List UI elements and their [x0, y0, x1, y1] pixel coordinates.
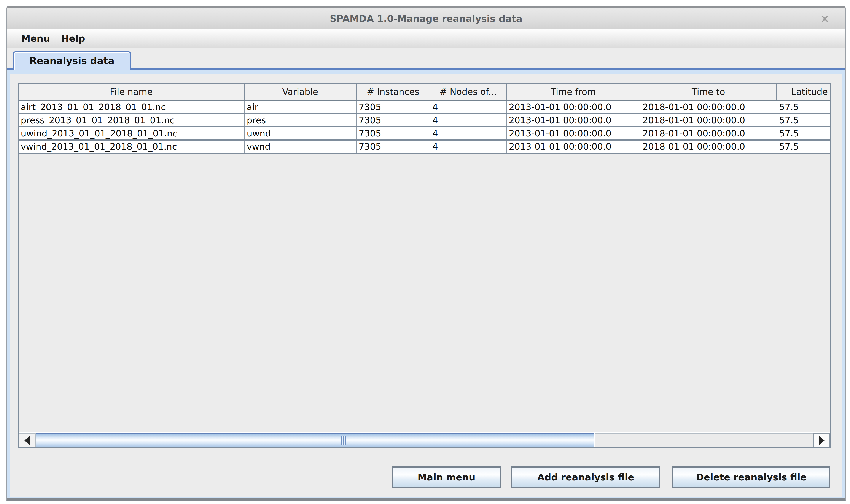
cell-r0-c6[interactable]: 57.5 — [777, 101, 830, 113]
tab-strip: Reanalysis data — [7, 49, 845, 69]
cell-r2-c2[interactable]: 7305 — [356, 127, 430, 140]
cell-r0-c1[interactable]: air — [245, 101, 356, 113]
column-header-6[interactable]: Latitude f — [777, 84, 830, 100]
table-viewport: File nameVariable# Instances# Nodes of..… — [19, 84, 830, 432]
reanalysis-panel: File nameVariable# Instances# Nodes of..… — [11, 74, 842, 497]
reanalysis-table: File nameVariable# Instances# Nodes of..… — [19, 84, 830, 154]
column-header-0[interactable]: File name — [19, 84, 245, 100]
menu-item-menu[interactable]: Menu — [16, 33, 55, 44]
tabpane-top-rule — [7, 69, 845, 70]
scrollbar-left-button[interactable] — [19, 433, 36, 447]
left-triangle-icon — [24, 436, 30, 445]
cell-r2-c6[interactable]: 57.5 — [777, 127, 830, 140]
table-scrollpane: File nameVariable# Instances# Nodes of..… — [18, 83, 831, 448]
delete-reanalysis-file-button[interactable]: Delete reanalysis file — [672, 466, 830, 488]
cell-r3-c1[interactable]: vwnd — [245, 141, 356, 153]
scrollbar-grip-icon — [340, 436, 346, 445]
scrollbar-thumb[interactable] — [36, 433, 594, 447]
column-header-5[interactable]: Time to — [640, 84, 777, 100]
cell-r1-c3[interactable]: 4 — [430, 114, 507, 126]
cell-r1-c5[interactable]: 2018-01-01 00:00:00.0 — [640, 114, 777, 126]
cell-r3-c6[interactable]: 57.5 — [777, 141, 830, 153]
table-row-1[interactable]: press_2013_01_01_2018_01_01.ncpres730542… — [19, 114, 830, 127]
cell-r1-c0[interactable]: press_2013_01_01_2018_01_01.nc — [19, 114, 245, 126]
cell-r2-c4[interactable]: 2013-01-01 00:00:00.0 — [507, 127, 640, 140]
table-header-row: File nameVariable# Instances# Nodes of..… — [19, 84, 830, 101]
scrollbar-right-button[interactable] — [814, 433, 830, 447]
cell-r1-c6[interactable]: 57.5 — [777, 114, 830, 126]
cell-r2-c3[interactable]: 4 — [430, 127, 507, 140]
cell-r0-c3[interactable]: 4 — [430, 101, 507, 113]
main-menu-button[interactable]: Main menu — [392, 466, 501, 488]
column-header-4[interactable]: Time from — [507, 84, 640, 100]
tabpane-content-border: File nameVariable# Instances# Nodes of..… — [7, 70, 845, 500]
cell-r0-c0[interactable]: airt_2013_01_01_2018_01_01.nc — [19, 101, 245, 113]
scrollbar-track[interactable] — [595, 433, 814, 447]
table-row-3[interactable]: vwind_2013_01_01_2018_01_01.ncvwnd730542… — [19, 141, 830, 154]
cell-r2-c5[interactable]: 2018-01-01 00:00:00.0 — [640, 127, 777, 140]
cell-r2-c1[interactable]: uwnd — [245, 127, 356, 140]
menu-item-help[interactable]: Help — [55, 33, 91, 44]
menu-bar: Menu Help — [7, 29, 845, 48]
cell-r2-c0[interactable]: uwind_2013_01_01_2018_01_01.nc — [19, 127, 245, 140]
title-bar: SPAMDA 1.0-Manage reanalysis data × — [7, 8, 845, 29]
cell-r0-c2[interactable]: 7305 — [356, 101, 430, 113]
cell-r3-c0[interactable]: vwind_2013_01_01_2018_01_01.nc — [19, 141, 245, 153]
cell-r3-c2[interactable]: 7305 — [356, 141, 430, 153]
cell-r3-c4[interactable]: 2013-01-01 00:00:00.0 — [507, 141, 640, 153]
table-row-0[interactable]: airt_2013_01_01_2018_01_01.ncair73054201… — [19, 101, 830, 114]
column-header-1[interactable]: Variable — [245, 84, 356, 100]
cell-r0-c5[interactable]: 2018-01-01 00:00:00.0 — [640, 101, 777, 113]
column-header-2[interactable]: # Instances — [356, 84, 430, 100]
cell-r0-c4[interactable]: 2013-01-01 00:00:00.0 — [507, 101, 640, 113]
window-title: SPAMDA 1.0-Manage reanalysis data — [7, 8, 845, 29]
column-header-3[interactable]: # Nodes of... — [430, 84, 507, 100]
right-triangle-icon — [819, 436, 825, 445]
horizontal-scrollbar[interactable] — [19, 432, 830, 447]
cell-r1-c1[interactable]: pres — [245, 114, 356, 126]
cell-r3-c5[interactable]: 2018-01-01 00:00:00.0 — [640, 141, 777, 153]
table-row-2[interactable]: uwind_2013_01_01_2018_01_01.ncuwnd730542… — [19, 127, 830, 141]
cell-r1-c2[interactable]: 7305 — [356, 114, 430, 126]
tab-reanalysis-data[interactable]: Reanalysis data — [13, 51, 131, 70]
close-icon[interactable]: × — [816, 8, 834, 29]
app-window: SPAMDA 1.0-Manage reanalysis data × Menu… — [6, 6, 846, 501]
cell-r3-c3[interactable]: 4 — [430, 141, 507, 153]
screenshot-root: SPAMDA 1.0-Manage reanalysis data × Menu… — [0, 0, 850, 504]
cell-r1-c4[interactable]: 2013-01-01 00:00:00.0 — [507, 114, 640, 126]
add-reanalysis-file-button[interactable]: Add reanalysis file — [511, 466, 660, 488]
scrollbar-track-area — [19, 433, 830, 447]
